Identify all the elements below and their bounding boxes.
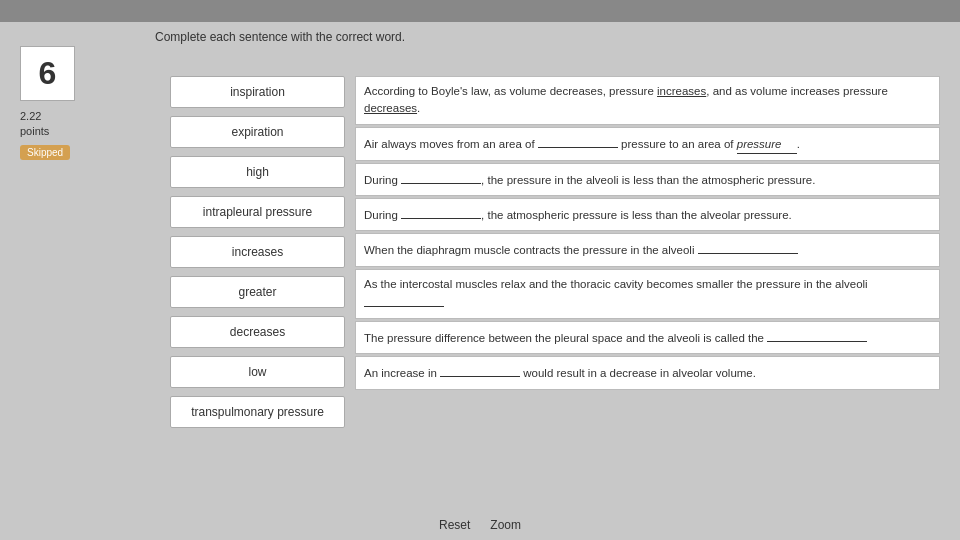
sentence-6: As the intercostal muscles relax and the… [355,269,940,320]
s2-blank2: pressure [737,136,797,154]
top-bar [0,0,960,22]
s1-blank1: increases [657,85,706,97]
sentence-2: Air always moves from an area of pressur… [355,127,940,161]
sentence-5: When the diaphragm muscle contracts the … [355,233,940,266]
sentence-4: During , the atmospheric pressure is les… [355,198,940,231]
sentence-8: An increase in would result in a decreas… [355,356,940,389]
word-btn-low[interactable]: low [170,356,345,388]
word-btn-expiration[interactable]: expiration [170,116,345,148]
skipped-badge: Skipped [20,145,70,160]
question-number: 6 [20,46,75,101]
points-value: 2.22 [20,110,41,122]
s2-text: Air always moves from an area of pressur… [364,138,800,150]
instruction-text: Complete each sentence with the correct … [155,30,405,44]
sentences-panel: According to Boyle's law, as volume decr… [355,76,940,428]
s5-blank[interactable] [698,240,798,254]
s7-text: The pressure difference between the pleu… [364,332,867,344]
word-btn-inspiration[interactable]: inspiration [170,76,345,108]
left-panel: 6 2.22 points Skipped [20,46,160,428]
s3-blank[interactable] [401,170,481,184]
s8-blank[interactable] [440,363,520,377]
zoom-label[interactable]: Zoom [490,518,521,532]
s2-blank1[interactable] [538,134,618,148]
points-display: 2.22 points [20,109,160,140]
word-btn-increases[interactable]: increases [170,236,345,268]
word-btn-greater[interactable]: greater [170,276,345,308]
s4-blank[interactable] [401,205,481,219]
word-btn-high[interactable]: high [170,156,345,188]
reset-label[interactable]: Reset [439,518,470,532]
s3-text: During , the pressure in the alveoli is … [364,174,815,186]
s7-blank[interactable] [767,328,867,342]
s8-text: An increase in would result in a decreas… [364,367,756,379]
points-label: points [20,125,49,137]
sentence-1: According to Boyle's law, as volume decr… [355,76,940,125]
s6-blank[interactable] [364,293,444,307]
word-btn-transpulmonary-pressure[interactable]: transpulmonary pressure [170,396,345,428]
s1-blank2: decreases [364,102,417,114]
word-btn-intrapleural-pressure[interactable]: intrapleural pressure [170,196,345,228]
s5-text: When the diaphragm muscle contracts the … [364,244,798,256]
s1-text1: According to Boyle's law, as volume decr… [364,85,888,114]
word-bank: inspiration expiration high intrapleural… [170,76,345,428]
sentence-7: The pressure difference between the pleu… [355,321,940,354]
s6-text: As the intercostal muscles relax and the… [364,278,868,309]
bottom-bar: Reset Zoom [439,518,521,532]
s4-text: During , the atmospheric pressure is les… [364,209,792,221]
word-btn-decreases[interactable]: decreases [170,316,345,348]
sentence-3: During , the pressure in the alveoli is … [355,163,940,196]
